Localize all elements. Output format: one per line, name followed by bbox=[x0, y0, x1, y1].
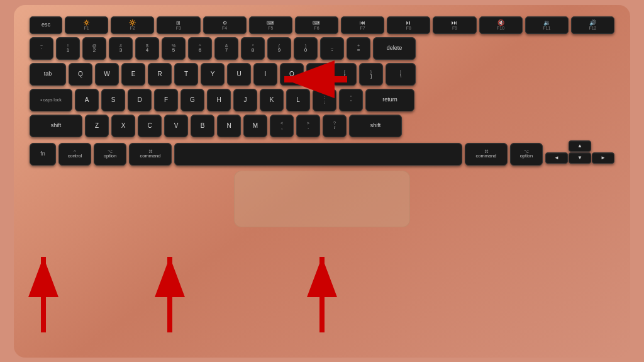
key-v[interactable]: V bbox=[164, 115, 188, 137]
key-caps-lock[interactable]: • caps lock bbox=[30, 89, 72, 111]
key-delete[interactable]: delete bbox=[373, 37, 416, 60]
home-key-row: • caps lock A S D F G H J K L : ; " ' re… bbox=[30, 89, 614, 111]
key-arrow-up[interactable]: ▲ bbox=[569, 140, 591, 152]
key-3[interactable]: # 3 bbox=[109, 37, 133, 60]
key-backslash[interactable]: | \ bbox=[386, 63, 416, 86]
key-f11[interactable]: 🔉 F11 bbox=[525, 16, 569, 34]
key-7[interactable]: & 7 bbox=[214, 37, 238, 60]
key-period[interactable]: > . bbox=[296, 115, 320, 137]
keyboard: esc 🔅 F1 🔆 F2 ⊞ F3 ⚙ F4 ⌨ F5 bbox=[30, 16, 614, 166]
key-shift-right[interactable]: shift bbox=[349, 115, 402, 137]
key-tab[interactable]: tab bbox=[30, 63, 66, 86]
key-r[interactable]: R bbox=[148, 63, 172, 86]
key-lbracket[interactable]: { [ bbox=[333, 63, 357, 86]
key-comma[interactable]: < , bbox=[270, 115, 294, 137]
fn-key-row: esc 🔅 F1 🔆 F2 ⊞ F3 ⚙ F4 ⌨ F5 bbox=[30, 16, 614, 34]
arrow-key-cluster: ▲ ◄ ▼ ► bbox=[545, 140, 614, 166]
key-8[interactable]: * 8 bbox=[241, 37, 265, 60]
key-f2[interactable]: 🔆 F2 bbox=[111, 16, 154, 34]
key-s[interactable]: S bbox=[101, 89, 125, 111]
key-5[interactable]: % 5 bbox=[162, 37, 186, 60]
key-n[interactable]: N bbox=[217, 115, 241, 137]
key-0[interactable]: ) 0 bbox=[294, 37, 318, 60]
key-g[interactable]: G bbox=[180, 89, 204, 111]
key-command-left[interactable]: ⌘ command bbox=[129, 143, 172, 166]
key-semicolon[interactable]: : ; bbox=[313, 89, 336, 111]
key-shift-left[interactable]: shift bbox=[30, 115, 82, 137]
key-w[interactable]: W bbox=[95, 63, 119, 86]
key-minus[interactable]: _ - bbox=[320, 37, 344, 60]
key-2[interactable]: @ 2 bbox=[82, 37, 106, 60]
key-command-right[interactable]: ⌘ command bbox=[465, 143, 508, 166]
key-x[interactable]: X bbox=[111, 115, 135, 137]
key-1[interactable]: ! 1 bbox=[56, 37, 80, 60]
laptop-body: esc 🔅 F1 🔆 F2 ⊞ F3 ⚙ F4 ⌨ F5 bbox=[14, 5, 630, 358]
key-4[interactable]: $ 4 bbox=[135, 37, 159, 60]
key-z[interactable]: Z bbox=[85, 115, 109, 137]
key-m[interactable]: M bbox=[243, 115, 267, 137]
key-equals[interactable]: + = bbox=[347, 37, 370, 60]
key-t[interactable]: T bbox=[174, 63, 198, 86]
key-quote[interactable]: " ' bbox=[339, 89, 363, 111]
key-l[interactable]: L bbox=[286, 89, 310, 111]
modifier-key-row: fn ^ control ⌥ option ⌘ command ⌘ comman… bbox=[30, 140, 614, 166]
key-arrow-right[interactable]: ► bbox=[592, 152, 614, 164]
qwerty-key-row: tab Q W E R T Y U I O P { [ } ] | \ bbox=[30, 63, 614, 86]
key-f3[interactable]: ⊞ F3 bbox=[157, 16, 200, 34]
key-d[interactable]: D bbox=[128, 89, 152, 111]
key-control[interactable]: ^ control bbox=[58, 143, 91, 166]
key-option-left[interactable]: ⌥ option bbox=[94, 143, 126, 166]
key-f7[interactable]: ⏮ F7 bbox=[341, 16, 384, 34]
key-e[interactable]: E bbox=[121, 63, 145, 86]
key-option-right[interactable]: ⌥ option bbox=[510, 143, 543, 166]
key-j[interactable]: J bbox=[233, 89, 257, 111]
key-p[interactable]: P bbox=[306, 63, 330, 86]
key-i[interactable]: I bbox=[253, 63, 277, 86]
key-esc[interactable]: esc bbox=[30, 16, 62, 34]
key-arrow-left[interactable]: ◄ bbox=[545, 152, 568, 164]
key-f10[interactable]: 🔇 F10 bbox=[479, 16, 523, 34]
key-q[interactable]: Q bbox=[69, 63, 92, 86]
key-f[interactable]: F bbox=[154, 89, 178, 111]
key-f12[interactable]: 🔊 F12 bbox=[571, 16, 614, 34]
key-slash[interactable]: ? / bbox=[323, 115, 347, 137]
number-key-row: ~ ` ! 1 @ 2 # 3 $ 4 % 5 bbox=[30, 37, 614, 60]
key-f5[interactable]: ⌨ F5 bbox=[249, 16, 292, 34]
key-a[interactable]: A bbox=[75, 89, 99, 111]
key-fn[interactable]: fn bbox=[30, 143, 56, 166]
key-9[interactable]: ( 9 bbox=[267, 37, 291, 60]
key-rbracket[interactable]: } ] bbox=[359, 63, 383, 86]
key-o[interactable]: O bbox=[280, 63, 304, 86]
key-grave[interactable]: ~ ` bbox=[30, 37, 53, 60]
key-f1[interactable]: 🔅 F1 bbox=[65, 16, 108, 34]
trackpad[interactable] bbox=[234, 171, 410, 227]
key-u[interactable]: U bbox=[227, 63, 251, 86]
key-6[interactable]: ^ 6 bbox=[188, 37, 212, 60]
key-spacebar[interactable] bbox=[174, 143, 462, 166]
key-c[interactable]: C bbox=[138, 115, 162, 137]
key-f4[interactable]: ⚙ F4 bbox=[203, 16, 247, 34]
key-f8[interactable]: ⏯ F8 bbox=[387, 16, 430, 34]
key-h[interactable]: H bbox=[207, 89, 231, 111]
key-y[interactable]: Y bbox=[201, 63, 225, 86]
key-arrow-down[interactable]: ▼ bbox=[569, 152, 591, 164]
key-f6[interactable]: ⌨ F6 bbox=[295, 16, 338, 34]
shift-key-row: shift Z X C V B N M < , > . ? / shift bbox=[30, 115, 614, 137]
key-b[interactable]: B bbox=[191, 115, 214, 137]
key-f9[interactable]: ⏭ F9 bbox=[433, 16, 476, 34]
key-k[interactable]: K bbox=[260, 89, 284, 111]
key-return[interactable]: return bbox=[365, 89, 414, 111]
